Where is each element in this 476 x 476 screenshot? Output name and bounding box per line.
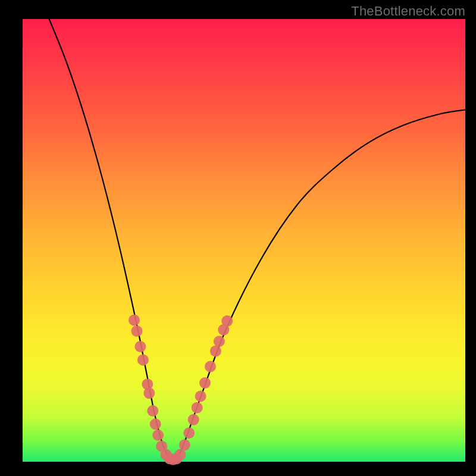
highlight-dot [188, 414, 199, 425]
highlight-dot [195, 390, 206, 402]
chart-frame: TheBottleneck.com [0, 0, 476, 476]
highlight-dot [150, 418, 161, 430]
highlight-dot [131, 325, 142, 337]
chart-svg [23, 19, 465, 462]
highlight-dot [192, 402, 203, 414]
highlight-dot [174, 449, 186, 461]
highlight-dot [199, 377, 211, 389]
highlight-dot [134, 341, 146, 352]
highlight-dot [205, 361, 216, 372]
highlight-dot [210, 346, 221, 357]
highlight-dot [143, 387, 155, 399]
highlight-dots [129, 314, 233, 465]
highlight-dot [179, 439, 190, 450]
highlight-dot [214, 336, 225, 347]
highlight-dot [137, 354, 149, 365]
highlight-dot [147, 405, 158, 416]
highlight-dot [221, 315, 233, 327]
highlight-dot [183, 427, 195, 439]
bottleneck-curve [49, 19, 465, 459]
highlight-dot [152, 430, 164, 441]
plot-area [23, 19, 465, 462]
watermark-text: TheBottleneck.com [351, 4, 465, 19]
highlight-dot [129, 314, 140, 325]
